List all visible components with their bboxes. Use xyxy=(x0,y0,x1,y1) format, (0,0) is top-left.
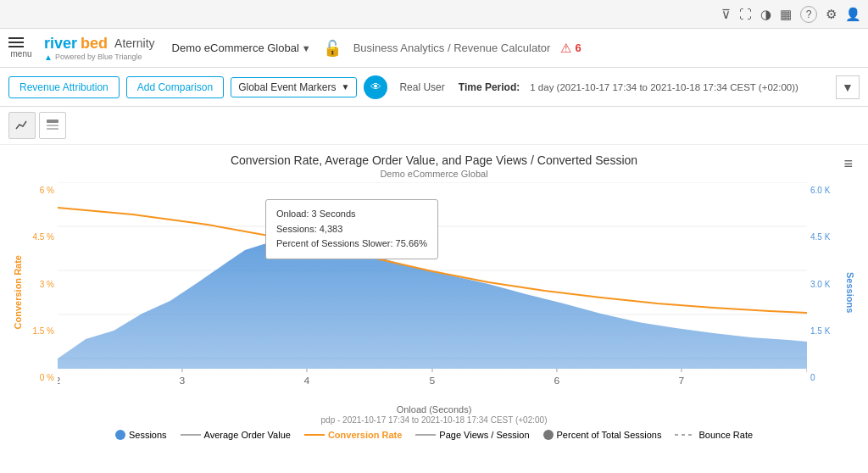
sessions-area xyxy=(58,240,807,369)
powered-by-text: Powered by Blue Triangle xyxy=(55,53,142,61)
app-dropdown-arrow[interactable]: ▼ xyxy=(302,43,311,53)
y-tick-0: 0 % xyxy=(27,373,54,382)
logo-aternity: Aternity xyxy=(114,36,154,50)
chart-svg: 2 3 4 5 6 7 xyxy=(58,182,807,403)
alert-badge[interactable]: ⚠ 6 xyxy=(560,41,581,56)
chart-subtitle: Demo eCommerce Global xyxy=(8,169,860,179)
y-tick-2: 3 % xyxy=(27,280,54,289)
eye-button[interactable]: 👁 xyxy=(364,75,387,99)
y-left-label: Conversion Rate xyxy=(13,255,23,329)
legend-bounce: Bounce Rate xyxy=(675,430,753,440)
chart-svg-area: Conversion Rate 0 % 1.5 % 3 % 4.5 % 6 % xyxy=(8,182,860,403)
sessions-legend-label: Sessions xyxy=(129,430,167,440)
help-icon[interactable]: ? xyxy=(800,6,817,23)
aov-line xyxy=(181,434,201,436)
nav-path: Business Analytics / Revenue Calculator xyxy=(353,42,551,54)
user-icon[interactable]: 👤 xyxy=(845,7,861,22)
table-chart-button[interactable] xyxy=(39,112,66,139)
y-tick-1: 1.5 % xyxy=(27,326,54,336)
expand-icon[interactable]: ⛶ xyxy=(739,7,752,21)
menu-label: menu xyxy=(10,49,31,58)
logo-area: riverbed Aternity ▲ Powered by Blue Tria… xyxy=(44,35,155,62)
alert-count: 6 xyxy=(575,42,581,54)
app-title: Demo eCommerce Global xyxy=(172,42,299,54)
percent-dot xyxy=(543,430,554,440)
chart-legend: Sessions Average Order Value Conversion … xyxy=(0,425,868,443)
line-chart-button[interactable] xyxy=(8,112,36,139)
yr-tick-4: 6.0 K xyxy=(810,186,841,195)
menu-button[interactable]: menu xyxy=(8,37,34,58)
y-tick-3: 4.5 % xyxy=(27,232,54,242)
y-tick-4: 6 % xyxy=(27,186,54,195)
bounce-line xyxy=(675,434,695,436)
conversion-legend-label: Conversion Rate xyxy=(328,430,402,440)
percent-legend-label: Percent of Total Sessions xyxy=(557,430,662,440)
svg-text:3: 3 xyxy=(180,376,186,386)
conversion-line xyxy=(304,434,325,436)
pageviews-line xyxy=(415,434,436,436)
legend-pageviews: Page Views / Session xyxy=(415,430,529,440)
expand-button[interactable]: ▼ xyxy=(836,75,860,99)
legend-conversion: Conversion Rate xyxy=(304,430,402,440)
yr-tick-3: 4.5 K xyxy=(810,232,841,242)
y-right-label: Sessions xyxy=(845,272,855,313)
bounce-legend-label: Bounce Rate xyxy=(698,430,753,440)
yr-tick-0: 0 xyxy=(810,373,841,382)
svg-rect-2 xyxy=(47,128,58,130)
x-axis-label: Onload (Seconds) xyxy=(8,404,860,415)
logo-river: river xyxy=(44,35,77,53)
pageviews-legend-label: Page Views / Session xyxy=(439,430,529,440)
tooltip-dot xyxy=(278,236,287,244)
filter-icon[interactable]: ⊽ xyxy=(721,7,731,22)
dropdown-arrow-icon: ▼ xyxy=(342,82,350,92)
svg-text:5: 5 xyxy=(430,376,436,386)
alert-icon: ⚠ xyxy=(560,41,571,56)
svg-text:7: 7 xyxy=(679,376,685,386)
settings-icon[interactable]: ⚙ xyxy=(826,7,837,22)
legend-percent: Percent of Total Sessions xyxy=(543,430,662,440)
yr-tick-2: 3.0 K xyxy=(810,280,841,289)
chart-toolbar xyxy=(0,107,868,145)
svg-text:6: 6 xyxy=(554,376,560,386)
expand-icon: ▼ xyxy=(842,81,854,94)
contrast-icon[interactable]: ◑ xyxy=(760,7,771,22)
time-value[interactable]: 1 day (2021-10-17 17:34 to 2021-10-18 17… xyxy=(530,82,798,92)
chart-date-range: pdp - 2021-10-17 17:34 to 2021-10-18 17:… xyxy=(8,415,860,425)
legend-aov: Average Order Value xyxy=(181,430,291,440)
aov-legend-label: Average Order Value xyxy=(204,430,291,440)
columns-icon[interactable]: ▦ xyxy=(780,7,792,22)
real-user-label: Real User xyxy=(399,81,444,93)
event-markers-select[interactable]: Global Event Markers ▼ xyxy=(231,77,357,97)
top-toolbar: ⊽ ⛶ ◑ ▦ ? ⚙ 👤 xyxy=(0,0,868,29)
svg-text:2: 2 xyxy=(58,376,60,386)
sub-header: Revenue Attribution Add Comparison Globa… xyxy=(0,68,868,107)
chart-menu-icon[interactable]: ≡ xyxy=(843,155,853,173)
time-period-label: Time Period: xyxy=(459,81,520,93)
svg-rect-1 xyxy=(47,125,58,126)
yr-tick-1: 1.5 K xyxy=(810,326,841,336)
svg-text:4: 4 xyxy=(304,376,310,386)
main-header: menu riverbed Aternity ▲ Powered by Blue… xyxy=(0,29,868,68)
logo-bed: bed xyxy=(81,35,108,53)
legend-sessions: Sessions xyxy=(115,430,167,440)
sessions-dot xyxy=(115,430,125,440)
triangle-icon: ▲ xyxy=(44,53,53,62)
event-markers-label: Global Event Markers xyxy=(238,81,336,93)
revenue-attribution-button[interactable]: Revenue Attribution xyxy=(8,76,120,98)
chart-container: ≡ Conversion Rate, Average Order Value, … xyxy=(0,145,868,425)
svg-rect-0 xyxy=(47,120,58,123)
add-comparison-button[interactable]: Add Comparison xyxy=(126,76,224,98)
eye-icon: 👁 xyxy=(370,81,381,93)
chart-svg-container: 2 3 4 5 6 7 Onload: 3 Seconds Sessions: … xyxy=(58,182,807,403)
chart-title: Conversion Rate, Average Order Value, an… xyxy=(8,153,860,167)
lock-icon: 🔓 xyxy=(323,39,342,58)
